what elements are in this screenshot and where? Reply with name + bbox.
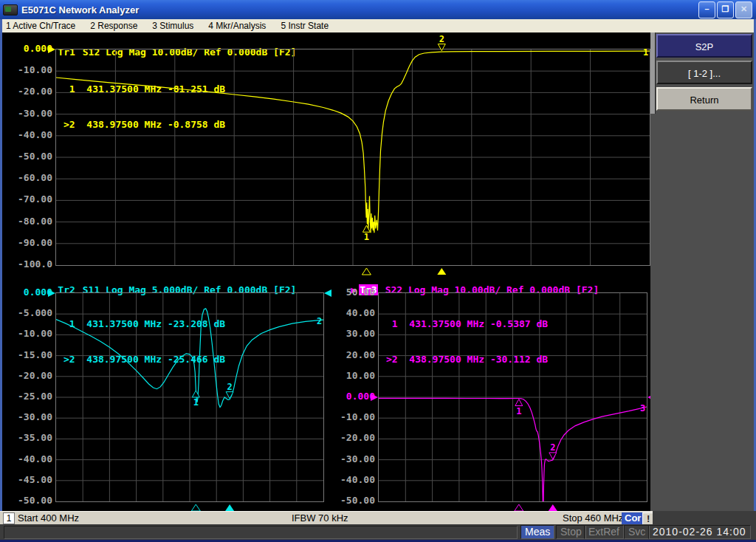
marker-readout-row: 1 431.37500 MHz -0.5387 dB	[386, 318, 548, 330]
y-tick-label: -15.00	[18, 349, 52, 360]
y-tick-label: -90.00	[18, 237, 52, 248]
menu-mkr-analysis[interactable]: 4 Mkr/Analysis	[208, 21, 266, 31]
ifbw-label: IFBW 70 kHz	[292, 512, 348, 524]
close-button[interactable]: ✕	[735, 1, 752, 18]
trace1-marker-readout: 1 431.37500 MHz -81.251 dB >2 438.97500 …	[63, 60, 225, 154]
svg-text:3: 3	[640, 403, 645, 414]
svg-text:2: 2	[439, 34, 444, 44]
svg-text:1: 1	[364, 232, 369, 242]
y-tick-label: -70.00	[18, 193, 52, 205]
y-tick-label: -45.00	[18, 474, 52, 485]
softkey-s2p-button[interactable]: S2P	[656, 34, 752, 58]
trace1-plot-area[interactable]: 121 1 431.37500 MHz -81.251 dB >2 438.97…	[55, 49, 650, 266]
y-tick-label: -50.00	[18, 151, 52, 162]
trace2-marker-readout: 1 431.37500 MHz -23.208 dB >2 438.97500 …	[63, 295, 225, 389]
y-tick-label: -20.00	[18, 86, 52, 97]
marker-readout-row: >2 438.97500 MHz -30.112 dB	[386, 354, 548, 366]
minimize-button[interactable]: –	[698, 1, 715, 18]
y-tick-label: -40.00	[18, 129, 52, 140]
svg-text:2: 2	[227, 382, 232, 392]
y-tick-label: -80.00	[18, 216, 52, 227]
y-tick-label: -35.00	[18, 432, 52, 443]
y-tick-label: -40.00	[18, 453, 52, 464]
svc-indicator: Svc	[624, 525, 650, 539]
app-icon	[3, 4, 18, 16]
channel-status-bar: 1 Start 400 MHz IFBW 70 kHz Stop 460 MHz…	[0, 511, 653, 524]
trace3-y-axis: 50.0040.0030.0020.0010.000.000-10.00-20.…	[328, 292, 375, 507]
y-tick-label: -40.00	[340, 474, 375, 485]
marker-readout-row: >2 438.97500 MHz -0.8758 dB	[63, 119, 225, 131]
y-tick-label: -50.00	[18, 495, 52, 506]
svg-text:1: 1	[516, 406, 521, 416]
channel-number-badge: 1	[3, 512, 15, 524]
trace1-y-axis: 0.000-10.00-20.00-30.00-40.00-50.00-60.0…	[5, 49, 52, 270]
extref-indicator: ExtRef	[584, 525, 624, 539]
menu-stimulus[interactable]: 3 Stimulus	[152, 21, 193, 31]
softkey-ports-button[interactable]: [ 1-2 ]...	[656, 61, 752, 84]
menu-response[interactable]: 2 Response	[90, 21, 137, 31]
trace3-marker-readout: 1 431.37500 MHz -0.5387 dB >2 438.97500 …	[386, 295, 548, 389]
marker-readout-row: >2 438.97500 MHz -25.466 dB	[63, 354, 225, 366]
trace3-name: Tr3	[359, 284, 377, 295]
datetime-display: 2010-02-26 14:00	[648, 525, 751, 539]
menu-bar: 1 Active Ch/Trace 2 Response 3 Stimulus …	[2, 19, 754, 32]
y-tick-label: 20.00	[346, 349, 375, 360]
start-frequency-label: Start 400 MHz	[18, 512, 79, 524]
marker-readout-row: 1 431.37500 MHz -23.208 dB	[63, 318, 225, 330]
svg-text:1: 1	[193, 397, 199, 408]
softkey-return-button[interactable]: Return	[656, 87, 752, 111]
correction-badge: Cor	[622, 512, 644, 524]
y-tick-label: -5.000	[18, 307, 52, 318]
softkey-scrollbar[interactable]	[650, 32, 656, 114]
marker-readout-row: 1 431.37500 MHz -81.251 dB	[63, 83, 225, 95]
active-trace-arrow-icon: ▶	[351, 284, 357, 295]
meas-indicator: Meas	[520, 525, 554, 539]
y-tick-label: -60.00	[18, 172, 52, 183]
stop-indicator: Stop	[556, 525, 586, 539]
system-status-bar: Meas Stop ExtRef Svc 2010-02-26 14:00	[0, 524, 756, 540]
status-bar-filler	[653, 511, 756, 524]
svg-text:2: 2	[317, 316, 322, 326]
menu-active-ch-trace[interactable]: 1 Active Ch/Trace	[6, 21, 75, 31]
softkey-panel: S2P [ 1-2 ]... Return	[650, 32, 754, 511]
y-tick-label: -30.00	[18, 411, 52, 422]
trace2-y-axis: 0.000-5.000-10.00-15.00-20.00-25.00-30.0…	[5, 292, 52, 507]
title-bar[interactable]: E5071C Network Analyzer – ❐ ✕	[0, 0, 756, 19]
trace3-plot-area[interactable]: 123 1 431.37500 MHz -0.5387 dB >2 438.97…	[378, 292, 647, 502]
stop-frequency-label: Stop 460 MHz	[563, 512, 623, 524]
svg-text:1: 1	[643, 47, 648, 58]
trace2-plot-area[interactable]: 122 1 431.37500 MHz -23.208 dB >2 438.97…	[55, 292, 324, 502]
menu-instr-state[interactable]: 5 Instr State	[281, 21, 329, 31]
y-tick-label: 40.00	[346, 307, 375, 318]
instrument-screen: Tr1S12 Log Mag 10.00dB/ Ref 0.000dB [F2]…	[2, 32, 650, 511]
y-tick-label: 30.00	[346, 328, 375, 339]
y-tick-label: -10.00	[340, 411, 375, 422]
svg-text:2: 2	[550, 442, 555, 453]
window-controls: – ❐ ✕	[698, 1, 756, 18]
y-tick-label: -20.00	[340, 432, 375, 443]
y-tick-label: -30.00	[18, 108, 52, 119]
y-tick-label: -20.00	[18, 370, 52, 381]
message-area	[4, 526, 518, 539]
y-tick-label: 10.00	[346, 370, 375, 381]
y-tick-label: -50.00	[340, 495, 375, 506]
y-tick-label: -30.00	[340, 453, 375, 464]
window-title: E5071C Network Analyzer	[21, 4, 139, 16]
y-tick-label: -25.00	[18, 391, 52, 402]
restore-button[interactable]: ❐	[717, 1, 734, 18]
y-tick-label: -100.0	[18, 258, 52, 270]
y-tick-label: -10.00	[18, 328, 52, 339]
